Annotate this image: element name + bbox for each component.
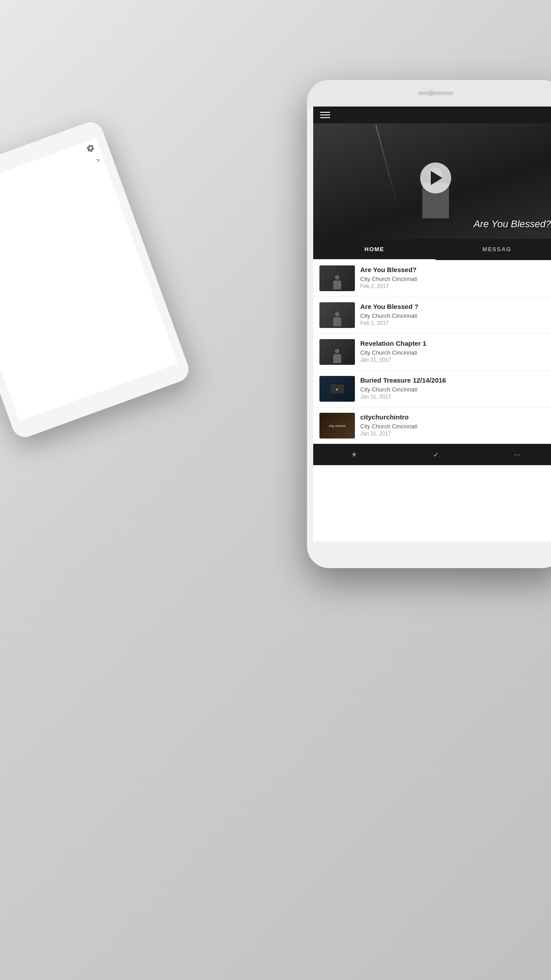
bottom-nav: ☀ ✓ ⋯ [313,444,551,465]
content-list: Are You Blessed? City Church Cincinnati … [313,260,551,444]
list-item[interactable]: Are You Blessed? City Church Cincinnati … [313,260,551,297]
chevron-right-icon: > [95,156,101,164]
item-date: Jan 31, 2017 [360,357,551,363]
thumbnail-5: city church [319,413,355,439]
thumb-person-body [333,354,341,363]
item-info-1: Are You Blessed? City Church Cincinnati … [360,265,551,289]
item-title: Revelation Chapter 1 [360,339,551,348]
bottom-nav-more[interactable]: ⋯ [512,450,522,459]
item-title: Are You Blessed? [360,265,551,274]
hero-video-section: Are You Blessed? [313,123,551,239]
item-info-2: Are You Blessed ? City Church Cincinnati… [360,302,551,326]
thumb-bg [319,339,355,365]
play-button[interactable] [420,162,451,194]
item-church: City Church Cincinnati [360,276,551,282]
thumbnail-2 [319,302,355,328]
bottom-nav-check[interactable]: ✓ [431,450,441,459]
phone-notch [307,80,551,107]
phone-speaker [418,91,453,95]
thumb-bg: city church [319,413,355,439]
item-title: Buried Treasure 12/14/2016 [360,376,551,385]
thumbnail-1 [319,265,355,291]
item-church: City Church Cincinnati [360,386,551,393]
thumb-person-head [335,312,339,316]
item-church: City Church Cincinnati [360,423,551,430]
item-date: Jan 31, 2017 [360,394,551,400]
hero-title: Are You Blessed? [474,218,551,230]
hamburger-menu-icon[interactable] [320,112,330,118]
thumb-bg: ▶ [319,376,355,402]
thumbnail-3 [319,339,355,365]
thumb-person-head [335,275,339,280]
thumbnail-4: ▶ [319,376,355,402]
thumb-person [333,349,341,363]
nav-tabs: HOME MESSAG [313,239,551,260]
thumb-person [333,312,341,326]
phone-screen: Are You Blessed? HOME MESSAG [313,107,551,541]
thumb-person [333,275,341,289]
thumb-logo-text: city church [329,424,345,427]
list-item[interactable]: Revelation Chapter 1 City Church Cincinn… [313,334,551,371]
bottom-nav-home[interactable]: ☀ [349,450,359,459]
more-icon: ⋯ [512,450,522,459]
list-item[interactable]: city church citychurchintro City Church … [313,407,551,444]
item-title: Are You Blessed ? [360,302,551,311]
main-phone-device: Are You Blessed? HOME MESSAG [307,80,551,568]
list-item[interactable]: ▶ Buried Treasure 12/14/2016 City Church… [313,371,551,407]
thumb-bg [319,265,355,291]
thumb-person-body [333,281,341,289]
phone-camera [428,90,434,96]
check-icon: ✓ [431,450,441,459]
play-icon [431,171,442,185]
app-header [313,107,551,123]
left-device-screen: - Day 19 > Sat 6 13 [0,138,178,421]
light-beam-decoration [375,125,399,211]
tab-home[interactable]: HOME [313,239,436,260]
item-date: Feb 2, 2017 [360,283,551,289]
item-info-4: Buried Treasure 12/14/2016 City Church C… [360,376,551,400]
list-item[interactable]: Are You Blessed ? City Church Cincinnati… [313,297,551,334]
item-date: Jan 31, 2017 [360,431,551,437]
item-church: City Church Cincinnati [360,349,551,356]
item-info-5: citychurchintro City Church Cincinnati J… [360,413,551,437]
home-icon: ☀ [349,450,359,459]
item-title: citychurchintro [360,413,551,422]
tab-messages[interactable]: MESSAG [436,239,551,260]
item-info-3: Revelation Chapter 1 City Church Cincinn… [360,339,551,363]
gear-icon [86,143,96,153]
background-left-device: - Day 19 > Sat 6 13 [0,119,192,441]
item-date: Feb 1, 2017 [360,320,551,326]
item-church: City Church Cincinnati [360,312,551,319]
thumb-person-body [333,317,341,326]
thumb-bg [319,302,355,328]
thumb-person-head [335,349,339,353]
